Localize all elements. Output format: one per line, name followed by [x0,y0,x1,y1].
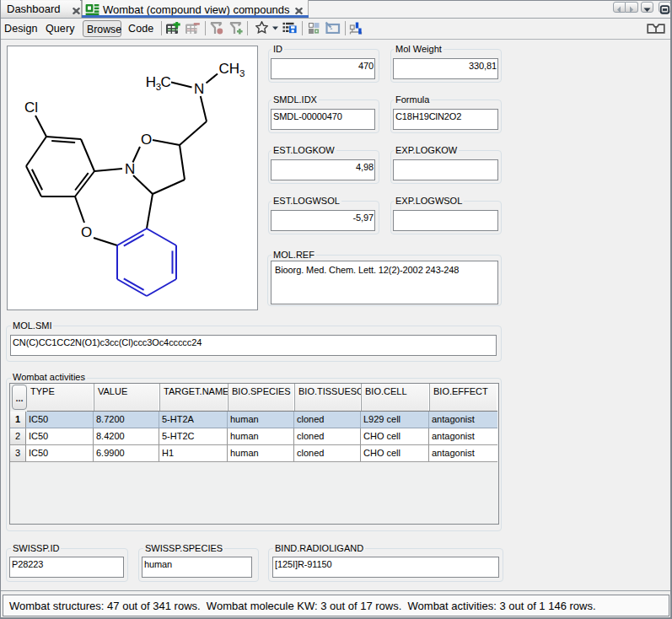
svg-text:H: H [229,61,239,77]
svg-text:C: C [219,61,229,77]
svg-text:O: O [81,224,92,240]
svg-text:C: C [161,74,171,90]
svg-text:3: 3 [239,68,245,78]
svg-text:N: N [125,161,135,177]
svg-text:O: O [141,132,152,148]
svg-text:Cl: Cl [24,100,38,116]
svg-text:H: H [146,74,156,90]
svg-text:N: N [194,81,204,97]
